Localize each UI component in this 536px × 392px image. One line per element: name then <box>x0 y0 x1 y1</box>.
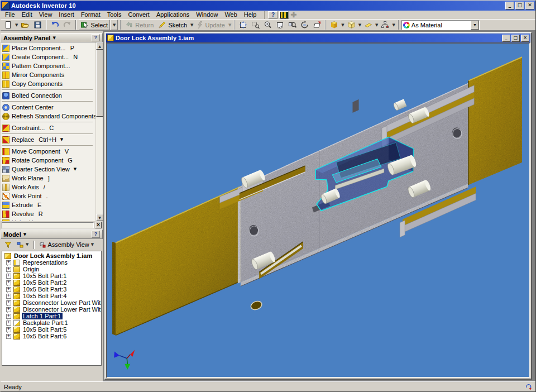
panel-item-extrude[interactable]: ExtrudeE <box>1 200 95 209</box>
assembly-panel-help-button[interactable]: ? <box>92 34 100 41</box>
zoom-all-button[interactable] <box>237 20 249 30</box>
assembly-view-selector[interactable]: Assembly View ▼ <box>37 240 96 250</box>
tree-item-backplate-part-1[interactable]: +Backplate Part:1 <box>3 319 101 326</box>
tree-item-10x5-bolt-part-4[interactable]: +10x5 Bolt Part:4 <box>3 293 101 299</box>
sketch-dropdown[interactable]: ▼ <box>190 23 194 27</box>
open-button[interactable] <box>19 20 31 30</box>
scroll-thumb[interactable] <box>96 50 103 117</box>
shaded-display-dropdown[interactable]: ▼ <box>341 23 344 27</box>
zoom-button[interactable] <box>262 20 274 30</box>
tree-item-10x5-bolt-part-3[interactable]: +10x5 Bolt Part:3 <box>3 286 101 293</box>
tree-item-10x5-bolt-part-2[interactable]: +10x5 Bolt Part:2 <box>3 279 101 286</box>
assembly-panel-header[interactable]: Assembly Panel ▼ ? <box>1 33 103 42</box>
expand-plus-icon[interactable]: + <box>6 314 11 319</box>
expand-plus-icon[interactable]: + <box>6 260 11 265</box>
panel-item-place-component[interactable]: Place Component...P <box>1 44 95 52</box>
scroll-up-icon[interactable]: ▲ <box>96 42 103 50</box>
tree-item-door-lock-assembly-1-iam[interactable]: Door Lock Assembly 1.iam <box>3 252 101 259</box>
panel-item-refresh-standard-components[interactable]: Refresh Standard Components <box>1 112 95 121</box>
tree-item-latch-1-part-1[interactable]: +Latch 1 Part:1 <box>3 313 101 319</box>
close-button[interactable]: ✕ <box>525 2 534 9</box>
tree-item-10x5-bolt-part-1[interactable]: +10x5 Bolt Part:1 <box>3 273 101 279</box>
tree-filter-dropdown[interactable]: ▼ <box>25 242 29 247</box>
shaded-display-button[interactable] <box>328 20 340 30</box>
panel-item-bolted-connection[interactable]: Bolted Connection <box>1 91 95 100</box>
maximize-button[interactable]: □ <box>515 2 524 9</box>
document-minimize-button[interactable]: _ <box>502 35 510 42</box>
new-button[interactable] <box>2 20 14 30</box>
tree-filter-button[interactable]: ▼ <box>15 240 31 250</box>
hidden-edge-display-button[interactable] <box>346 20 357 30</box>
tree-item-disconnector-lower-part-with-holes-1[interactable]: +Disconnector Lower Part With Holes:1 <box>3 299 101 306</box>
menu-file[interactable]: File <box>2 11 18 19</box>
panel-item-work-point[interactable]: Work Point. <box>1 192 95 200</box>
panel-item-pattern-component[interactable]: Pattern Component... <box>1 61 95 70</box>
shadow-display-dropdown[interactable]: ▼ <box>375 23 379 27</box>
update-button[interactable]: Update <box>194 20 227 30</box>
zoom-selected-button[interactable] <box>286 20 298 30</box>
chevron-down-icon[interactable]: ▼ <box>74 167 76 171</box>
expand-plus-icon[interactable]: + <box>6 307 11 312</box>
panel-item-create-component[interactable]: Create Component...N <box>1 52 95 61</box>
menu-format[interactable]: Format <box>78 11 104 19</box>
panel-item-quarter-section-view[interactable]: Quarter Section View▼ <box>1 165 95 174</box>
rotate-button[interactable] <box>299 20 310 30</box>
panel-item-replace[interactable]: ReplaceCtrl+H▼ <box>1 135 95 144</box>
look-at-button[interactable] <box>311 20 323 30</box>
save-button[interactable] <box>32 20 44 30</box>
panel-item-revolve[interactable]: RevolveR <box>1 209 95 218</box>
expand-plus-icon[interactable]: + <box>6 294 11 299</box>
new-dropdown[interactable]: ▼ <box>15 23 18 27</box>
assembly-view-dropdown[interactable]: ▼ <box>90 242 94 247</box>
panel-item-work-plane[interactable]: Work Plane] <box>1 174 95 183</box>
menu-web[interactable]: Web <box>221 11 240 19</box>
update-dropdown[interactable]: ▼ <box>228 23 232 27</box>
panel-item-rotate-component[interactable]: Rotate ComponentG <box>1 156 95 165</box>
shadow-display-button[interactable] <box>362 20 374 30</box>
menu-convert[interactable]: Convert <box>125 11 153 19</box>
panel-item-work-axis[interactable]: Work Axis/ <box>1 183 95 192</box>
menu-insert[interactable]: Insert <box>55 11 78 19</box>
tree-item-disconnector-lower-part-with-holes-2[interactable]: +Disconnector Lower Part With Holes:2 <box>3 306 101 313</box>
menu-view[interactable]: View <box>36 11 56 19</box>
model-panel-help-button[interactable]: ? <box>92 231 100 238</box>
scene-structure-dropdown[interactable]: ▼ <box>391 23 395 27</box>
select-dropdown[interactable]: ▼ <box>111 20 118 30</box>
expand-plus-icon[interactable]: + <box>6 300 11 305</box>
hscroll-track[interactable] <box>2 222 94 228</box>
expand-plus-icon[interactable]: + <box>6 274 11 279</box>
tree-item-10x5-bolt-part-6[interactable]: +10x5 Bolt Part:6 <box>3 333 101 340</box>
menu-window[interactable]: Window <box>193 11 221 19</box>
expand-plus-icon[interactable]: + <box>6 287 11 292</box>
scroll-down-icon[interactable]: ▼ <box>96 214 103 221</box>
filter-button[interactable] <box>3 240 13 250</box>
document-close-button[interactable]: ✕ <box>521 35 529 42</box>
menu-help[interactable]: Help <box>241 11 260 19</box>
return-button[interactable]: Return <box>123 20 156 30</box>
scene-structure-button[interactable] <box>379 20 391 30</box>
color-override-dropdown[interactable]: ▼ <box>471 21 479 30</box>
redo-button[interactable] <box>61 20 73 30</box>
zoom-window-button[interactable] <box>250 20 261 30</box>
menu-edit[interactable]: Edit <box>18 11 36 19</box>
expand-plus-icon[interactable]: + <box>6 267 11 272</box>
panel-item-mirror-components[interactable]: Mirror Components <box>1 70 95 79</box>
panel-item-constraint[interactable]: Constraint...C <box>1 123 95 132</box>
minimize-button[interactable]: _ <box>505 2 514 9</box>
tree-item-origin[interactable]: +Origin <box>3 266 101 273</box>
panel-item-move-component[interactable]: Move ComponentV <box>1 147 95 156</box>
tree-item-representations[interactable]: +Representations <box>3 259 101 266</box>
viewport-3d[interactable] <box>106 42 530 378</box>
panel-item-content-center[interactable]: Content Center <box>1 103 95 112</box>
panel-item-copy-components[interactable]: Copy Components <box>1 79 95 88</box>
pan-button[interactable] <box>274 20 286 30</box>
expand-plus-icon[interactable]: + <box>6 321 11 326</box>
document-restore-button[interactable]: □ <box>511 35 520 42</box>
menu-tools[interactable]: Tools <box>104 11 125 19</box>
expand-plus-icon[interactable]: + <box>6 280 11 285</box>
tree-item-10x5-bolt-part-5[interactable]: +10x5 Bolt Part:5 <box>3 326 101 333</box>
menu-applications[interactable]: Applications <box>153 11 193 19</box>
undo-button[interactable] <box>49 20 61 30</box>
sketch-button[interactable]: Sketch <box>156 20 189 30</box>
color-override-combo[interactable]: As Material ▼ <box>401 20 480 30</box>
